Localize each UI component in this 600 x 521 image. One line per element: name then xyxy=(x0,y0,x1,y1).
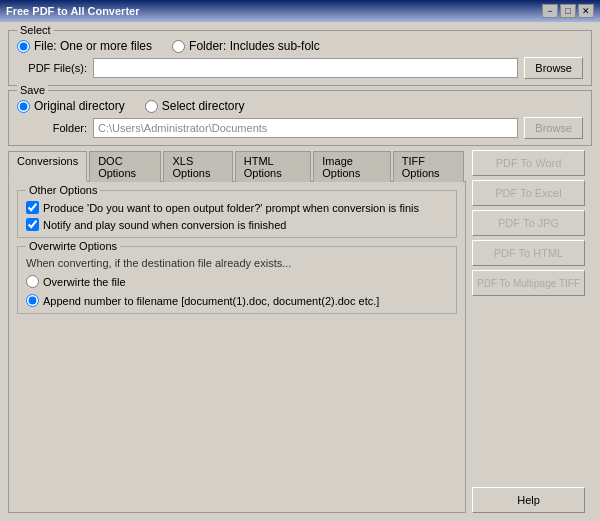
folder-radio[interactable] xyxy=(172,40,185,53)
overwrite-options-box: Overwirte Options When converting, if th… xyxy=(17,246,457,314)
folder-row: Folder: Browse xyxy=(17,117,583,139)
right-panel-inner: PDF To Word PDF To Excel PDF To JPG PDF … xyxy=(472,150,592,513)
file-option[interactable]: File: One or more files xyxy=(17,39,152,53)
pdf-to-jpg-button[interactable]: PDF To JPG xyxy=(472,210,585,236)
tab-doc[interactable]: DOC Options xyxy=(89,151,161,182)
checkbox-notify-sound-input[interactable] xyxy=(26,218,39,231)
title-bar: Free PDF to All Converter − □ ✕ xyxy=(0,0,600,22)
select-browse-button[interactable]: Browse xyxy=(524,57,583,79)
folder-option[interactable]: Folder: Includes sub-folc xyxy=(172,39,320,53)
save-section: Save Original directory Select directory… xyxy=(8,90,592,146)
overwrite-file-radio[interactable] xyxy=(26,275,39,288)
pdf-files-input[interactable] xyxy=(93,58,518,78)
tab-tiff[interactable]: TIFF Options xyxy=(393,151,464,182)
select-dir-option[interactable]: Select directory xyxy=(145,99,245,113)
append-number-label: Append number to filename [document(1).d… xyxy=(43,295,379,307)
right-panel: PDF To Word PDF To Excel PDF To JPG PDF … xyxy=(472,150,592,513)
checkbox-notify-sound-label: Notify and play sound when conversion is… xyxy=(43,219,286,231)
original-dir-label: Original directory xyxy=(34,99,125,113)
pdf-files-row: PDF File(s): Browse xyxy=(17,57,583,79)
tab-content-conversions: Other Options Produce 'Do you want to op… xyxy=(8,182,466,513)
window-controls: − □ ✕ xyxy=(542,4,594,18)
overwrite-description: When converting, if the destination file… xyxy=(26,257,448,269)
checkbox-notify-sound[interactable]: Notify and play sound when conversion is… xyxy=(26,218,448,231)
select-dir-label: Select directory xyxy=(162,99,245,113)
tab-html[interactable]: HTML Options xyxy=(235,151,312,182)
save-browse-button[interactable]: Browse xyxy=(524,117,583,139)
select-section: Select File: One or more files Folder: I… xyxy=(8,30,592,86)
tab-image[interactable]: Image Options xyxy=(313,151,390,182)
save-radio-group: Original directory Select directory xyxy=(17,99,583,113)
select-section-label: Select xyxy=(17,24,54,36)
tab-conversions[interactable]: Conversions xyxy=(8,151,87,182)
overwrite-file-option[interactable]: Overwirte the file xyxy=(26,275,448,288)
main-area: Conversions DOC Options XLS Options HTML… xyxy=(8,150,592,513)
folder-option-label: Folder: Includes sub-folc xyxy=(189,39,320,53)
other-options-label: Other Options xyxy=(26,184,100,196)
minimize-button[interactable]: − xyxy=(542,4,558,18)
original-dir-radio[interactable] xyxy=(17,100,30,113)
original-dir-option[interactable]: Original directory xyxy=(17,99,125,113)
pdf-to-html-button[interactable]: PDF To HTML xyxy=(472,240,585,266)
select-radio-group: File: One or more files Folder: Includes… xyxy=(17,39,583,53)
overwrite-file-label: Overwirte the file xyxy=(43,276,126,288)
pdf-to-word-button[interactable]: PDF To Word xyxy=(472,150,585,176)
pdf-to-excel-button[interactable]: PDF To Excel xyxy=(472,180,585,206)
folder-label: Folder: xyxy=(17,122,87,134)
window-body: Select File: One or more files Folder: I… xyxy=(0,22,600,521)
append-number-radio[interactable] xyxy=(26,294,39,307)
append-number-option[interactable]: Append number to filename [document(1).d… xyxy=(26,294,448,307)
file-option-label: File: One or more files xyxy=(34,39,152,53)
checkbox-produce-prompt[interactable]: Produce 'Do you want to open output fold… xyxy=(26,201,448,214)
tab-xls[interactable]: XLS Options xyxy=(163,151,232,182)
checkbox-produce-prompt-input[interactable] xyxy=(26,201,39,214)
other-options-box: Other Options Produce 'Do you want to op… xyxy=(17,190,457,238)
select-dir-radio[interactable] xyxy=(145,100,158,113)
folder-input[interactable] xyxy=(93,118,518,138)
pdf-files-label: PDF File(s): xyxy=(17,62,87,74)
tab-bar: Conversions DOC Options XLS Options HTML… xyxy=(8,150,466,182)
help-button[interactable]: Help xyxy=(472,487,585,513)
close-button[interactable]: ✕ xyxy=(578,4,594,18)
pdf-to-tiff-button[interactable]: PDF To Multipage TIFF xyxy=(472,270,585,296)
maximize-button[interactable]: □ xyxy=(560,4,576,18)
checkbox-produce-prompt-label: Produce 'Do you want to open output fold… xyxy=(43,202,419,214)
file-radio[interactable] xyxy=(17,40,30,53)
action-buttons-group: PDF To Word PDF To Excel PDF To JPG PDF … xyxy=(472,150,592,296)
save-section-label: Save xyxy=(17,84,48,96)
tabs-panel: Conversions DOC Options XLS Options HTML… xyxy=(8,150,466,513)
window-title: Free PDF to All Converter xyxy=(6,5,139,17)
overwrite-options-label: Overwirte Options xyxy=(26,240,120,252)
